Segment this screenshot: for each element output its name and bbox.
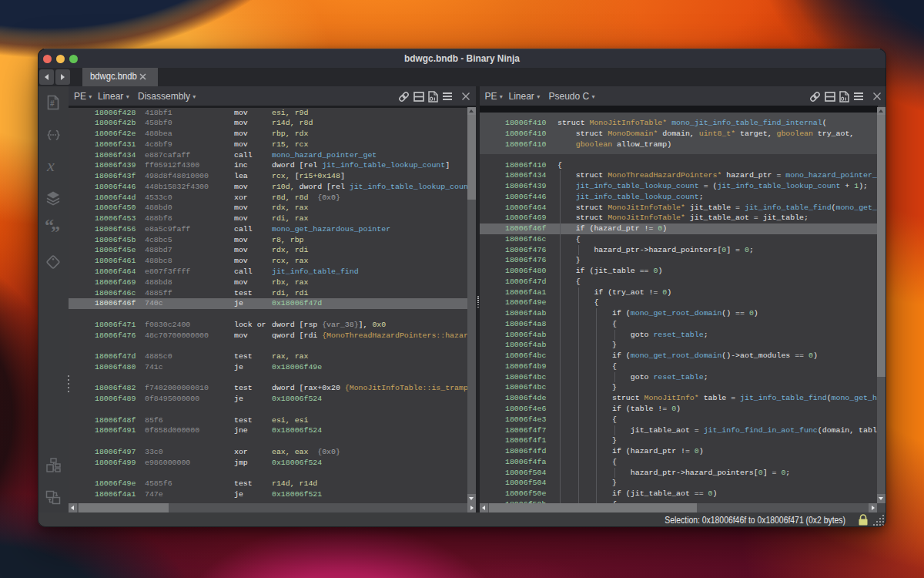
svg-text:#: # [50, 99, 55, 108]
